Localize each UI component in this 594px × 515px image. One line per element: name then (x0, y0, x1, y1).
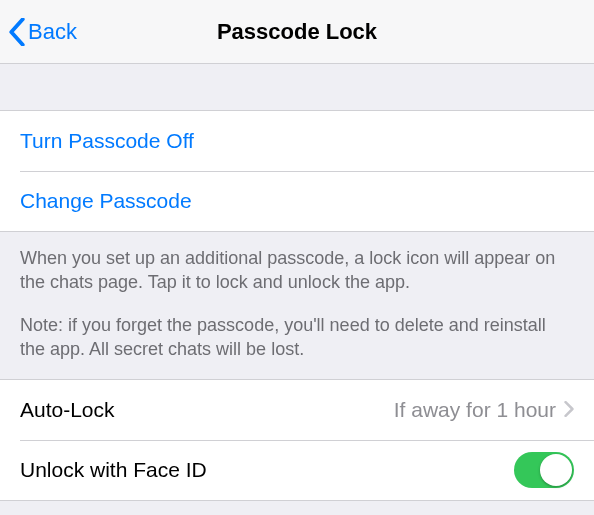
toggle-knob (540, 454, 572, 486)
back-button[interactable]: Back (0, 18, 77, 46)
change-passcode-button[interactable]: Change Passcode (0, 171, 594, 231)
back-label: Back (28, 19, 77, 45)
chevron-right-icon (564, 398, 574, 422)
cell-label: Change Passcode (20, 189, 192, 213)
turn-passcode-off-button[interactable]: Turn Passcode Off (0, 111, 594, 171)
footer-paragraph: Note: if you forget the passcode, you'll… (20, 313, 574, 362)
passcode-group: Turn Passcode Off Change Passcode (0, 110, 594, 232)
auto-lock-value: If away for 1 hour (394, 398, 556, 422)
footer-paragraph: When you set up an additional passcode, … (20, 246, 574, 295)
face-id-label: Unlock with Face ID (20, 458, 514, 482)
chevron-left-icon (8, 18, 26, 46)
face-id-toggle[interactable] (514, 452, 574, 488)
page-title: Passcode Lock (0, 19, 594, 45)
navbar: Back Passcode Lock (0, 0, 594, 64)
footer-text: When you set up an additional passcode, … (0, 232, 594, 379)
auto-lock-label: Auto-Lock (20, 398, 394, 422)
face-id-row: Unlock with Face ID (0, 440, 594, 500)
section-spacer (0, 64, 594, 110)
auto-lock-row[interactable]: Auto-Lock If away for 1 hour (0, 380, 594, 440)
options-group: Auto-Lock If away for 1 hour Unlock with… (0, 379, 594, 501)
cell-label: Turn Passcode Off (20, 129, 194, 153)
